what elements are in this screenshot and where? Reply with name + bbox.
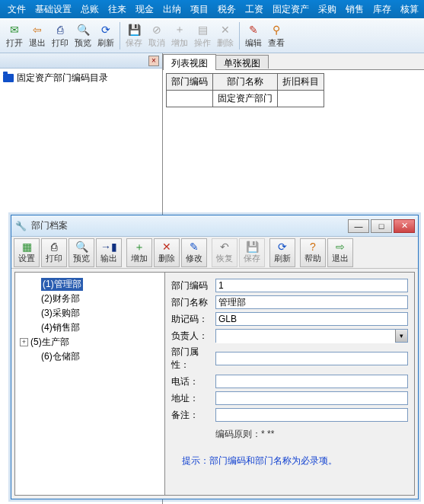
- edit-icon: ✎: [247, 24, 260, 36]
- modify-icon: ✎: [190, 241, 199, 253]
- export-button[interactable]: →▮输出: [96, 238, 122, 267]
- tab-single-view[interactable]: 单张视图: [215, 55, 269, 69]
- dlg-exit-button[interactable]: ⇨退出: [327, 238, 353, 267]
- print-button[interactable]: ⎙打印: [49, 20, 72, 52]
- delete-button: ✕删除: [214, 20, 237, 52]
- exit-icon: ⇦: [31, 24, 43, 36]
- view-icon: ⚲: [270, 24, 282, 36]
- label-manager: 负责人：: [171, 330, 215, 343]
- note-input[interactable]: [215, 408, 408, 422]
- menu-cashier[interactable]: 出纳: [158, 3, 186, 16]
- cell-subject: [278, 91, 324, 107]
- menu-account[interactable]: 核算: [396, 3, 423, 16]
- label-note: 备注：: [171, 409, 215, 422]
- panel-close-button[interactable]: ×: [148, 56, 159, 66]
- restore-button: ↶恢复: [212, 238, 238, 267]
- menu-arap[interactable]: 往来: [104, 3, 131, 16]
- help-button[interactable]: ?帮助: [300, 238, 326, 267]
- tab-list-view[interactable]: 列表视图: [163, 54, 216, 70]
- refresh-icon: ⟳: [100, 24, 112, 36]
- tree-item-6[interactable]: (6)仓储部: [20, 349, 160, 364]
- operate-icon: ▤: [196, 24, 209, 36]
- print-icon: ⎙: [51, 241, 57, 253]
- folder-icon: [3, 74, 14, 82]
- mnemonic-input[interactable]: [215, 312, 408, 326]
- save-button: 💾保存: [123, 20, 145, 52]
- menu-sales[interactable]: 销售: [341, 3, 368, 16]
- dlg-add-button[interactable]: ＋增加: [126, 238, 152, 267]
- phone-input[interactable]: [215, 375, 408, 388]
- tree-item-4[interactable]: (4)销售部: [20, 321, 160, 335]
- addr-input[interactable]: [215, 391, 408, 405]
- table-row[interactable]: 固定资产部门: [167, 91, 324, 107]
- menu-fixedasset[interactable]: 固定资产: [268, 3, 314, 16]
- settings-button[interactable]: ▦设置: [14, 238, 40, 267]
- tree-item-3[interactable]: (3)采购部: [20, 306, 160, 321]
- minimize-button[interactable]: —: [348, 219, 369, 233]
- label-name: 部门名称: [171, 296, 215, 309]
- undo-icon: ↶: [220, 241, 229, 253]
- menu-tax[interactable]: 税务: [213, 3, 241, 16]
- preview-icon: 🔍: [77, 24, 89, 36]
- separator: [120, 22, 120, 49]
- label-phone: 电话：: [171, 375, 215, 388]
- modify-button[interactable]: ✎修改: [181, 238, 207, 267]
- col-dept-code[interactable]: 部门编码: [167, 74, 213, 91]
- encoding-rule: 编码原则：* **: [215, 428, 408, 441]
- delete-icon: ✕: [219, 24, 231, 36]
- preview-icon: 🔍: [75, 241, 88, 253]
- add-button: ＋增加: [168, 20, 191, 52]
- col-dept-name[interactable]: 部门名称: [213, 74, 278, 91]
- dlg-print-button[interactable]: ⎙打印: [41, 238, 67, 267]
- dlg-delete-button[interactable]: ✕删除: [154, 238, 180, 267]
- cancel-button: ⊘取消: [145, 20, 168, 52]
- label-mnemonic: 助记码：: [171, 313, 215, 326]
- dept-name-input[interactable]: [215, 295, 408, 309]
- dept-code-input[interactable]: [215, 279, 408, 292]
- menu-basic[interactable]: 基础设置: [30, 3, 76, 16]
- menu-stock[interactable]: 库存: [368, 3, 396, 16]
- dept-archive-dialog: 🔧 部门档案 — □ ✕ ▦设置 ⎙打印 🔍预览 →▮输出 ＋增加 ✕删除 ✎修…: [11, 215, 419, 499]
- manager-combo[interactable]: ▾: [215, 329, 408, 343]
- close-button[interactable]: ✕: [394, 219, 415, 233]
- dialog-titlebar[interactable]: 🔧 部门档案 — □ ✕: [11, 215, 418, 237]
- data-table: 部门编码 部门名称 折旧科目 固定资产部门: [166, 73, 324, 107]
- col-depr-subject[interactable]: 折旧科目: [278, 74, 324, 91]
- attr-input[interactable]: [215, 352, 408, 365]
- tree-root-item[interactable]: 固定资产部门编码目录: [3, 72, 159, 85]
- menu-file[interactable]: 文件: [3, 3, 30, 16]
- dropdown-icon[interactable]: ▾: [395, 330, 407, 342]
- preview-button[interactable]: 🔍预览: [72, 20, 94, 52]
- exit-icon: ⇨: [336, 241, 345, 253]
- main-toolbar: ✉打开 ⇦退出 ⎙打印 🔍预览 ⟳刷新 💾保存 ⊘取消 ＋增加 ▤操作 ✕删除 …: [0, 18, 424, 53]
- tree-item-5[interactable]: +(5)生产部: [20, 335, 160, 349]
- menu-ledger[interactable]: 总账: [76, 3, 104, 16]
- menu-salary[interactable]: 工资: [241, 3, 268, 16]
- add-icon: ＋: [174, 24, 186, 36]
- maximize-button[interactable]: □: [371, 219, 392, 233]
- settings-icon: ▦: [22, 241, 32, 253]
- dlg-refresh-button[interactable]: ⟳刷新: [269, 238, 295, 267]
- edit-button[interactable]: ✎编辑: [242, 20, 265, 52]
- menu-purchase[interactable]: 采购: [314, 3, 341, 16]
- exit-button[interactable]: ⇦退出: [26, 20, 49, 52]
- refresh-button[interactable]: ⟳刷新: [94, 20, 117, 52]
- tree-root-label: 固定资产部门编码目录: [17, 72, 108, 85]
- wrench-icon: 🔧: [14, 220, 27, 232]
- menu-cash[interactable]: 现金: [131, 3, 158, 16]
- dept-form: 部门编码 部门名称 助记码： 负责人：▾ 部门属性： 电话： 地址： 备注： 编…: [165, 272, 415, 496]
- label-addr: 地址：: [171, 392, 215, 405]
- menu-project[interactable]: 项目: [186, 3, 213, 16]
- dlg-preview-button[interactable]: 🔍预览: [69, 238, 94, 267]
- hint-text: 提示：部门编码和部门名称为必录项。: [182, 455, 408, 467]
- dialog-toolbar: ▦设置 ⎙打印 🔍预览 →▮输出 ＋增加 ✕删除 ✎修改 ↶恢复 💾保存 ⟳刷新…: [11, 237, 418, 269]
- tree-item-1[interactable]: (1)管理部: [20, 277, 160, 292]
- tree-item-2[interactable]: (2)财务部: [20, 292, 160, 306]
- cell-code: [167, 91, 213, 107]
- open-button[interactable]: ✉打开: [3, 20, 26, 52]
- refresh-icon: ⟳: [278, 241, 287, 253]
- cancel-icon: ⊘: [151, 24, 163, 36]
- view-button[interactable]: ⚲查看: [265, 20, 288, 52]
- expand-icon[interactable]: +: [20, 338, 28, 346]
- print-icon: ⎙: [54, 24, 66, 36]
